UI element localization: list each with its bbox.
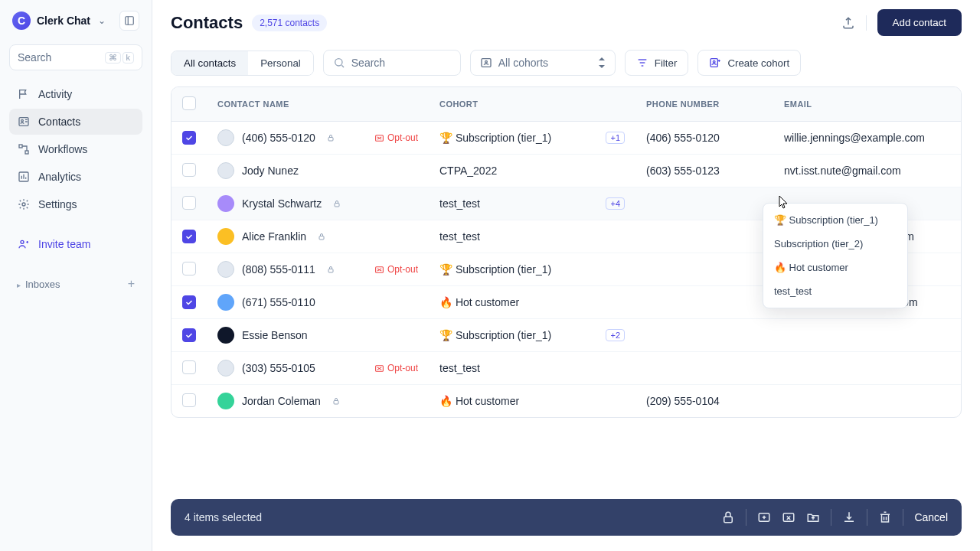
svg-point-7 <box>22 203 25 206</box>
popover-item[interactable]: test_test <box>763 279 907 303</box>
gear-icon <box>17 197 31 211</box>
nav-workflows[interactable]: Workflows <box>9 136 142 162</box>
column-header-phone[interactable]: PHONE NUMBER <box>635 87 773 122</box>
nav-item-label: Contacts <box>38 116 80 128</box>
contacts-search-input[interactable]: Search <box>323 50 461 76</box>
contact-name: (808) 555-0111 <box>242 263 315 276</box>
export-button[interactable] <box>841 16 855 30</box>
download-selected-button[interactable] <box>842 510 856 524</box>
cohort-label: 🏆 Subscription (tier_1) <box>439 329 551 341</box>
table-row[interactable]: (406) 555-0120Opt-out🏆 Subscription (tie… <box>172 122 961 155</box>
create-cohort-button[interactable]: Create cohort <box>697 50 801 76</box>
chevron-down-icon: ⌄ <box>98 15 106 26</box>
tab-personal[interactable]: Personal <box>248 51 313 75</box>
lock-icon <box>326 133 335 142</box>
lock-icon <box>332 396 341 406</box>
email-value: willie.jennings@example.com <box>784 132 925 144</box>
brand-name: Clerk Chat <box>37 15 90 27</box>
nav-analytics[interactable]: Analytics <box>9 164 142 190</box>
table-row[interactable]: Jody NunezCTPA_2022(603) 555-0123nvt.iss… <box>172 155 961 187</box>
contact-name: (303) 555-0105 <box>242 362 315 374</box>
avatar <box>217 294 234 311</box>
filter-button[interactable]: Filter <box>625 50 689 76</box>
add-inbox-button[interactable]: + <box>128 277 135 291</box>
opt-out-badge: Opt-out <box>374 363 418 373</box>
row-checkbox[interactable] <box>182 196 196 210</box>
workspace-switcher[interactable]: C Clerk Chat ⌄ <box>12 11 106 30</box>
svg-rect-20 <box>319 236 324 240</box>
avatar <box>217 360 234 377</box>
row-checkbox[interactable] <box>182 163 196 177</box>
nav-activity[interactable]: Activity <box>9 81 142 107</box>
nav-item-label: Activity <box>38 88 72 100</box>
more-cohorts-badge[interactable]: +2 <box>606 329 625 341</box>
row-checkbox[interactable] <box>182 262 196 276</box>
contacts-tab-group: All contacts Personal <box>171 51 314 76</box>
svg-rect-25 <box>724 517 733 523</box>
row-checkbox[interactable] <box>182 131 196 145</box>
nav-item-label: Settings <box>38 198 77 210</box>
nav-settings[interactable]: Settings <box>9 191 142 217</box>
table-row[interactable]: Jordan Coleman🔥 Hot customer(209) 555-01… <box>172 385 961 418</box>
main-content: Contacts 2,571 contacts Add contact All … <box>152 0 980 551</box>
table-row[interactable]: (303) 555-0105Opt-outtest_test <box>172 352 961 385</box>
nav-contacts[interactable]: Contacts <box>9 109 142 135</box>
cancel-selection-button[interactable]: Cancel <box>914 511 948 523</box>
lock-selected-button[interactable] <box>721 510 735 524</box>
nav-item-label: Workflows <box>38 143 87 155</box>
more-cohorts-badge[interactable]: +1 <box>606 132 625 144</box>
select-all-checkbox[interactable] <box>182 96 196 110</box>
invite-team-button[interactable]: Invite team <box>9 231 142 257</box>
move-to-folder-button[interactable] <box>806 510 820 524</box>
contact-name: Essie Benson <box>242 329 308 341</box>
contact-name: (406) 555-0120 <box>242 132 315 144</box>
add-to-cohort-button[interactable] <box>757 510 771 524</box>
svg-point-11 <box>485 60 487 63</box>
cohort-label: 🏆 Subscription (tier_1) <box>439 263 551 276</box>
popover-item[interactable]: Subscription (tier_2) <box>763 232 907 256</box>
row-checkbox[interactable] <box>182 328 196 342</box>
svg-point-3 <box>21 119 24 122</box>
search-placeholder: Search <box>18 51 51 64</box>
row-checkbox[interactable] <box>182 360 196 374</box>
avatar <box>217 162 234 179</box>
row-checkbox[interactable] <box>182 393 196 407</box>
row-checkbox[interactable] <box>182 230 196 243</box>
cohort-label: test_test <box>439 197 480 210</box>
sidebar-search-input[interactable]: Search ⌘k <box>9 44 142 70</box>
contact-name: Alice Franklin <box>242 230 306 243</box>
delete-selected-button[interactable] <box>878 510 892 524</box>
popover-item[interactable]: 🔥 Hot customer <box>763 256 907 279</box>
cohort-select-value: All cohorts <box>498 57 548 69</box>
selection-bar: 4 items selected Cancel <box>171 499 962 536</box>
column-header-cohort[interactable]: COHORT <box>429 87 635 122</box>
cohort-select[interactable]: All cohorts <box>470 50 616 76</box>
add-contact-button[interactable]: Add contact <box>877 9 962 36</box>
cohort-label: test_test <box>439 362 480 374</box>
svg-rect-4 <box>19 145 22 148</box>
popover-item[interactable]: 🏆 Subscription (tier_1) <box>763 208 907 232</box>
cohort-icon <box>480 57 492 69</box>
avatar <box>217 195 234 212</box>
email-value: nvt.isst.nute@gmail.com <box>784 165 901 177</box>
cohort-popover: 🏆 Subscription (tier_1)Subscription (tie… <box>763 203 908 308</box>
filter-icon <box>636 57 648 69</box>
more-cohorts-badge[interactable]: +4 <box>606 197 625 210</box>
opt-out-badge: Opt-out <box>374 132 418 143</box>
row-checkbox[interactable] <box>182 295 196 309</box>
analytics-icon <box>17 170 31 184</box>
remove-from-cohort-button[interactable] <box>782 510 795 524</box>
svg-rect-24 <box>334 401 338 405</box>
create-cohort-label: Create cohort <box>727 57 789 69</box>
cohort-label: test_test <box>439 230 480 243</box>
collapse-sidebar-button[interactable] <box>119 11 139 31</box>
tab-all-contacts[interactable]: All contacts <box>172 51 248 75</box>
phone-value: (603) 555-0123 <box>646 165 720 177</box>
column-header-email[interactable]: EMAIL <box>773 87 961 122</box>
divider <box>866 15 867 31</box>
column-header-name[interactable]: CONTACT NAME <box>207 87 429 122</box>
lock-icon <box>326 265 335 274</box>
nav-item-label: Analytics <box>38 171 81 183</box>
table-row[interactable]: Essie Benson🏆 Subscription (tier_1)+2 <box>172 319 961 352</box>
inboxes-toggle[interactable]: ▸Inboxes + <box>9 271 142 297</box>
